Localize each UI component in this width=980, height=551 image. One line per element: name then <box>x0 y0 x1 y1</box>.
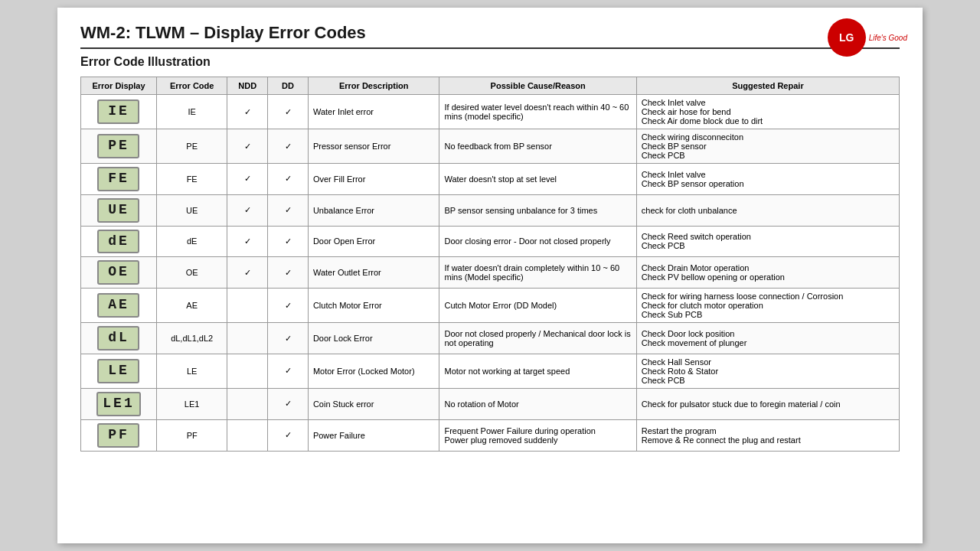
error-code-cell: LE <box>156 354 227 388</box>
lcd-display: LE1 <box>96 392 140 416</box>
error-code-cell: LE1 <box>156 388 227 419</box>
repair-cell: Check for pulsator stuck due to foregin … <box>636 388 899 419</box>
lcd-display: PF <box>97 423 139 448</box>
repair-cell: Check for wiring harness loose connectio… <box>636 289 899 323</box>
description-cell: Power Failure <box>308 419 439 451</box>
table-row: IEIE✓✓Water Inlet errorIf desired water … <box>81 95 900 129</box>
lcd-display: LE <box>97 359 139 383</box>
cause-cell: No rotation of Motor <box>439 388 636 419</box>
ndd-check-cell <box>227 354 268 388</box>
description-cell: Water Outlet Error <box>308 257 439 289</box>
page-title: WM-2: TLWM – Display Error Codes <box>80 23 900 49</box>
ndd-check-cell: ✓ <box>227 164 268 195</box>
description-cell: Pressor sensor Error <box>308 129 439 164</box>
dd-check-cell: ✓ <box>268 323 309 354</box>
cause-cell: If desired water level doesn't reach wit… <box>439 95 636 129</box>
repair-cell: Check Hall Sensor Check Roto & Stator Ch… <box>636 354 899 388</box>
logo-tagline: Life's Good <box>869 34 907 42</box>
table-row: UEUE✓✓Unbalance ErrorBP sensor sensing u… <box>81 194 900 226</box>
lcd-display: FE <box>97 167 139 191</box>
dd-check-cell: ✓ <box>268 257 309 289</box>
slide-container: LG Life's Good WM-2: TLWM – Display Erro… <box>57 8 923 543</box>
lcd-display: UE <box>97 198 139 223</box>
description-cell: Door Lock Error <box>308 323 439 354</box>
cause-cell: Water doesn't stop at set level <box>439 164 636 195</box>
description-cell: Motor Error (Locked Motor) <box>308 354 439 388</box>
repair-cell: Check Drain Motor operation Check PV bel… <box>636 257 899 289</box>
repair-cell: Check Reed switch operation Check PCB <box>636 226 899 257</box>
ndd-check-cell <box>227 419 268 451</box>
col-header-code: Error Code <box>156 77 227 95</box>
dd-check-cell: ✓ <box>268 419 309 451</box>
description-cell: Over Fill Error <box>308 164 439 195</box>
dd-check-cell: ✓ <box>268 388 309 419</box>
table-row: dEdE✓✓Door Open ErrorDoor closing error … <box>81 226 900 257</box>
error-display-cell: UE <box>81 194 157 226</box>
dd-check-cell: ✓ <box>268 194 309 226</box>
error-display-cell: dL <box>81 323 157 354</box>
ndd-check-cell: ✓ <box>227 129 268 164</box>
error-code-cell: UE <box>156 194 227 226</box>
error-code-cell: IE <box>156 95 227 129</box>
error-codes-table: Error Display Error Code NDD DD Error De… <box>80 77 900 452</box>
cause-cell: BP sensor sensing unbalance for 3 times <box>439 194 636 226</box>
cause-cell: Door not closed properly / Mechanical do… <box>439 323 636 354</box>
ndd-check-cell <box>227 323 268 354</box>
lcd-display: PE <box>97 134 139 158</box>
table-row: OEOE✓✓Water Outlet ErrorIf water doesn't… <box>81 257 900 289</box>
error-display-cell: LE1 <box>81 388 157 419</box>
error-display-cell: dE <box>81 226 157 257</box>
repair-cell: Check Inlet valve Check BP sensor operat… <box>636 164 899 195</box>
error-display-cell: LE <box>81 354 157 388</box>
table-row: PFPF✓Power FailureFrequent Power Failure… <box>81 419 900 451</box>
error-code-cell: PE <box>156 129 227 164</box>
lcd-display: OE <box>97 260 139 285</box>
dd-check-cell: ✓ <box>268 289 309 323</box>
repair-cell: check for cloth unbalance <box>636 194 899 226</box>
col-header-dd: DD <box>268 77 309 95</box>
error-code-cell: AE <box>156 289 227 323</box>
error-code-cell: dE <box>156 226 227 257</box>
col-header-repair: Suggested Repair <box>636 77 899 95</box>
logo-text: LG <box>839 31 854 44</box>
table-row: PEPE✓✓Pressor sensor ErrorNo feedback fr… <box>81 129 900 164</box>
col-header-display: Error Display <box>81 77 157 95</box>
repair-cell: Check Door lock position Check movement … <box>636 323 899 354</box>
description-cell: Unbalance Error <box>308 194 439 226</box>
description-cell: Water Inlet error <box>308 95 439 129</box>
lcd-display: AE <box>97 293 139 318</box>
cause-cell: Cutch Motor Error (DD Model) <box>439 289 636 323</box>
col-header-ndd: NDD <box>227 77 268 95</box>
dd-check-cell: ✓ <box>268 226 309 257</box>
error-code-cell: OE <box>156 257 227 289</box>
ndd-check-cell: ✓ <box>227 257 268 289</box>
error-code-cell: FE <box>156 164 227 195</box>
section-subtitle: Error Code Illustration <box>80 55 900 69</box>
dd-check-cell: ✓ <box>268 164 309 195</box>
cause-cell: Door closing error - Door not closed pro… <box>439 226 636 257</box>
cause-cell: No feedback from BP sensor <box>439 129 636 164</box>
description-cell: Clutch Motor Error <box>308 289 439 323</box>
error-display-cell: PF <box>81 419 157 451</box>
ndd-check-cell: ✓ <box>227 95 268 129</box>
error-display-cell: OE <box>81 257 157 289</box>
lcd-display: dL <box>97 326 139 350</box>
error-display-cell: AE <box>81 289 157 323</box>
ndd-check-cell: ✓ <box>227 194 268 226</box>
dd-check-cell: ✓ <box>268 95 309 129</box>
table-row: FEFE✓✓Over Fill ErrorWater doesn't stop … <box>81 164 900 195</box>
description-cell: Coin Stuck error <box>308 388 439 419</box>
repair-cell: Check wiring disconneciton Check BP sens… <box>636 129 899 164</box>
repair-cell: Check Inlet valve Check air hose for ben… <box>636 95 899 129</box>
ndd-check-cell <box>227 388 268 419</box>
cause-cell: Frequent Power Failure during operation … <box>439 419 636 451</box>
cause-cell: Motor not working at target speed <box>439 354 636 388</box>
error-display-cell: IE <box>81 95 157 129</box>
ndd-check-cell <box>227 289 268 323</box>
repair-cell: Restart the program Remove & Re connect … <box>636 419 899 451</box>
lcd-display: dE <box>97 230 139 254</box>
table-row: LELE✓Motor Error (Locked Motor)Motor not… <box>81 354 900 388</box>
description-cell: Door Open Error <box>308 226 439 257</box>
dd-check-cell: ✓ <box>268 354 309 388</box>
table-row: AEAE✓Clutch Motor ErrorCutch Motor Error… <box>81 289 900 323</box>
